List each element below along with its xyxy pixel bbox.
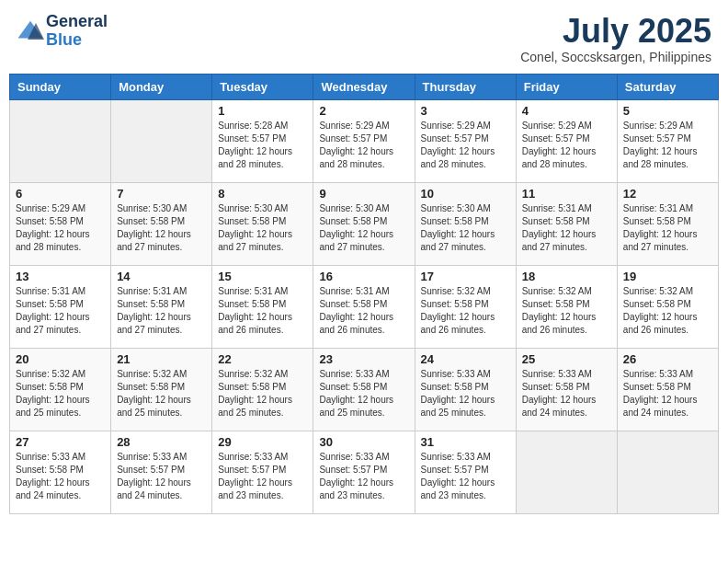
day-number: 10 [421,187,510,201]
day-info: Sunrise: 5:32 AMSunset: 5:58 PMDaylight:… [623,285,712,337]
day-number: 31 [421,435,510,449]
calendar-week-3: 13Sunrise: 5:31 AMSunset: 5:58 PMDayligh… [10,265,719,348]
day-number: 28 [117,435,206,449]
calendar-cell: 9Sunrise: 5:30 AMSunset: 5:58 PMDaylight… [313,182,415,265]
day-number: 1 [218,104,307,118]
calendar-cell: 26Sunrise: 5:33 AMSunset: 5:58 PMDayligh… [617,348,718,431]
calendar-cell: 20Sunrise: 5:32 AMSunset: 5:58 PMDayligh… [10,348,111,431]
calendar-cell: 24Sunrise: 5:33 AMSunset: 5:58 PMDayligh… [415,348,516,431]
day-info: Sunrise: 5:33 AMSunset: 5:57 PMDaylight:… [218,451,307,502]
day-number: 8 [218,187,307,201]
calendar-cell: 5Sunrise: 5:29 AMSunset: 5:57 PMDaylight… [617,99,718,182]
subtitle: Conel, Soccsksargen, Philippines [520,50,711,64]
calendar-cell: 15Sunrise: 5:31 AMSunset: 5:58 PMDayligh… [212,265,313,348]
calendar-cell: 13Sunrise: 5:31 AMSunset: 5:58 PMDayligh… [10,265,111,348]
weekday-header-thursday: Thursday [415,74,516,99]
day-info: Sunrise: 5:33 AMSunset: 5:58 PMDaylight:… [623,368,712,419]
calendar-cell: 12Sunrise: 5:31 AMSunset: 5:58 PMDayligh… [617,182,718,265]
title-block: July 2025 Conel, Soccsksargen, Philippin… [520,13,711,64]
day-info: Sunrise: 5:32 AMSunset: 5:58 PMDaylight:… [16,368,105,419]
day-number: 20 [16,352,105,366]
day-info: Sunrise: 5:31 AMSunset: 5:58 PMDaylight:… [117,285,206,337]
logo-icon [17,17,44,45]
day-number: 24 [421,352,510,366]
day-info: Sunrise: 5:29 AMSunset: 5:57 PMDaylight:… [623,120,712,171]
day-number: 23 [319,352,408,366]
weekday-header-monday: Monday [111,74,212,99]
weekday-header-sunday: Sunday [10,74,111,99]
logo: General Blue [17,13,108,50]
calendar-cell [516,431,617,513]
calendar-cell: 14Sunrise: 5:31 AMSunset: 5:58 PMDayligh… [111,265,212,348]
day-number: 30 [319,435,408,449]
day-info: Sunrise: 5:33 AMSunset: 5:58 PMDaylight:… [421,368,510,419]
calendar-cell [10,99,111,182]
calendar-cell: 23Sunrise: 5:33 AMSunset: 5:58 PMDayligh… [313,348,415,431]
calendar-cell: 11Sunrise: 5:31 AMSunset: 5:58 PMDayligh… [516,182,617,265]
day-number: 13 [16,270,105,283]
day-info: Sunrise: 5:29 AMSunset: 5:57 PMDaylight:… [319,120,408,171]
day-info: Sunrise: 5:33 AMSunset: 5:57 PMDaylight:… [319,451,408,502]
weekday-header-saturday: Saturday [617,74,718,99]
day-number: 12 [623,187,712,201]
day-number: 7 [117,187,206,201]
day-info: Sunrise: 5:30 AMSunset: 5:58 PMDaylight:… [421,202,510,254]
calendar-table: SundayMondayTuesdayWednesdayThursdayFrid… [9,74,719,514]
day-number: 18 [522,270,611,283]
calendar-cell: 21Sunrise: 5:32 AMSunset: 5:58 PMDayligh… [111,348,212,431]
day-info: Sunrise: 5:33 AMSunset: 5:58 PMDaylight:… [319,368,408,419]
day-info: Sunrise: 5:28 AMSunset: 5:57 PMDaylight:… [218,120,307,171]
day-number: 26 [623,352,712,366]
day-info: Sunrise: 5:33 AMSunset: 5:58 PMDaylight:… [522,368,611,419]
logo-text: General Blue [46,13,108,50]
day-info: Sunrise: 5:31 AMSunset: 5:58 PMDaylight:… [623,202,712,254]
day-info: Sunrise: 5:29 AMSunset: 5:57 PMDaylight:… [522,120,611,171]
calendar-cell: 1Sunrise: 5:28 AMSunset: 5:57 PMDaylight… [212,99,313,182]
day-info: Sunrise: 5:32 AMSunset: 5:58 PMDaylight:… [117,368,206,419]
calendar-week-4: 20Sunrise: 5:32 AMSunset: 5:58 PMDayligh… [10,348,719,431]
calendar-cell: 22Sunrise: 5:32 AMSunset: 5:58 PMDayligh… [212,348,313,431]
calendar-cell [617,431,718,513]
day-info: Sunrise: 5:29 AMSunset: 5:57 PMDaylight:… [421,120,510,171]
day-number: 3 [421,104,510,118]
day-number: 11 [522,187,611,201]
calendar-cell: 4Sunrise: 5:29 AMSunset: 5:57 PMDaylight… [516,99,617,182]
day-number: 17 [421,270,510,283]
day-number: 14 [117,270,206,283]
day-number: 6 [16,187,105,201]
calendar-cell: 17Sunrise: 5:32 AMSunset: 5:58 PMDayligh… [415,265,516,348]
day-info: Sunrise: 5:31 AMSunset: 5:58 PMDaylight:… [218,285,307,337]
day-number: 25 [522,352,611,366]
calendar-cell: 29Sunrise: 5:33 AMSunset: 5:57 PMDayligh… [212,431,313,513]
calendar-cell: 8Sunrise: 5:30 AMSunset: 5:58 PMDaylight… [212,182,313,265]
day-number: 19 [623,270,712,283]
day-number: 5 [623,104,712,118]
day-info: Sunrise: 5:33 AMSunset: 5:57 PMDaylight:… [117,451,206,502]
day-info: Sunrise: 5:31 AMSunset: 5:58 PMDaylight:… [16,285,105,337]
day-number: 27 [16,435,105,449]
calendar-cell: 2Sunrise: 5:29 AMSunset: 5:57 PMDaylight… [313,99,415,182]
logo-line1: General [46,13,108,31]
calendar-cell: 3Sunrise: 5:29 AMSunset: 5:57 PMDaylight… [415,99,516,182]
calendar-header-row: SundayMondayTuesdayWednesdayThursdayFrid… [10,74,719,99]
day-info: Sunrise: 5:31 AMSunset: 5:58 PMDaylight:… [319,285,408,337]
calendar-week-1: 1Sunrise: 5:28 AMSunset: 5:57 PMDaylight… [10,99,719,182]
calendar-cell: 6Sunrise: 5:29 AMSunset: 5:58 PMDaylight… [10,182,111,265]
calendar-cell: 31Sunrise: 5:33 AMSunset: 5:57 PMDayligh… [415,431,516,513]
page-header: General Blue July 2025 Conel, Soccsksarg… [9,9,719,68]
weekday-header-wednesday: Wednesday [313,74,415,99]
weekday-header-friday: Friday [516,74,617,99]
calendar-cell: 25Sunrise: 5:33 AMSunset: 5:58 PMDayligh… [516,348,617,431]
day-info: Sunrise: 5:31 AMSunset: 5:58 PMDaylight:… [522,202,611,254]
day-info: Sunrise: 5:32 AMSunset: 5:58 PMDaylight:… [218,368,307,419]
day-number: 9 [319,187,408,201]
day-number: 29 [218,435,307,449]
calendar-cell: 28Sunrise: 5:33 AMSunset: 5:57 PMDayligh… [111,431,212,513]
day-info: Sunrise: 5:30 AMSunset: 5:58 PMDaylight:… [218,202,307,254]
day-info: Sunrise: 5:33 AMSunset: 5:58 PMDaylight:… [16,451,105,502]
calendar-cell [111,99,212,182]
day-info: Sunrise: 5:30 AMSunset: 5:58 PMDaylight:… [117,202,206,254]
day-info: Sunrise: 5:32 AMSunset: 5:58 PMDaylight:… [421,285,510,337]
day-number: 21 [117,352,206,366]
calendar-cell: 27Sunrise: 5:33 AMSunset: 5:58 PMDayligh… [10,431,111,513]
